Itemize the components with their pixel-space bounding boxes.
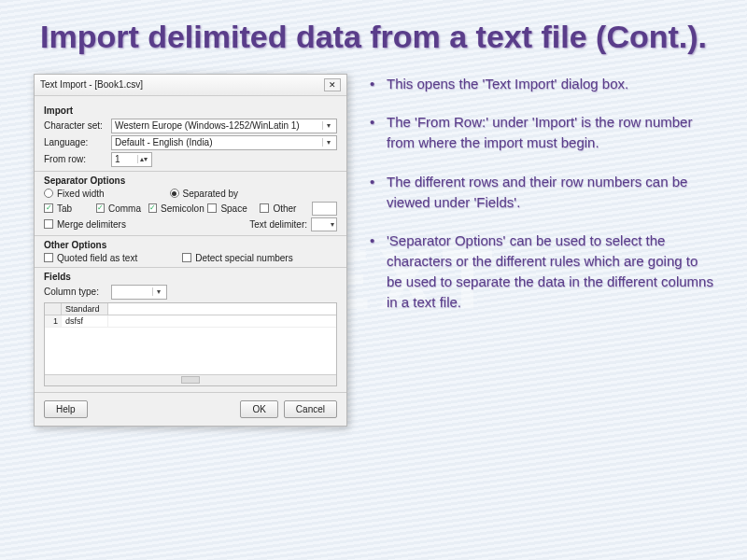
spinner-arrows-icon: ▴▾ <box>137 155 148 163</box>
quoted-field-checkbox[interactable]: Quoted field as text <box>44 253 137 263</box>
language-label: Language: <box>44 137 111 147</box>
dialog-titlebar: Text Import - [Book1.csv] ✕ <box>35 75 346 96</box>
fields-heading: Fields <box>44 272 337 282</box>
bullet-list: This opens the 'Text Import' dialog box.… <box>370 74 713 427</box>
cell-value: dsfsf <box>62 315 108 327</box>
list-item: The different rows and their row numbers… <box>370 172 713 213</box>
table-row: 1 dsfsf <box>45 315 336 328</box>
row-number: 1 <box>45 315 62 327</box>
fromrow-label: From row: <box>44 154 111 164</box>
ok-button[interactable]: OK <box>240 400 277 418</box>
language-value: Default - English (India) <box>115 137 213 147</box>
separated-by-radio[interactable]: Separated by <box>170 189 239 199</box>
cancel-button[interactable]: Cancel <box>284 400 337 418</box>
import-heading: Import <box>44 105 337 116</box>
other-options-heading: Other Options <box>44 240 337 250</box>
fields-preview[interactable]: Standard 1 dsfsf <box>44 302 337 386</box>
text-import-dialog: Text Import - [Book1.csv] ✕ Import Chara… <box>34 74 347 427</box>
charset-select[interactable]: Western Europe (Windows-1252/WinLatin 1)… <box>111 119 337 133</box>
charset-label: Character set: <box>44 120 111 131</box>
other-delimiter-input[interactable] <box>312 202 337 216</box>
dialog-title: Text Import - [Book1.csv] <box>40 79 143 90</box>
merge-delimiters-checkbox[interactable]: Merge delimiters <box>44 219 126 230</box>
chevron-down-icon: ▾ <box>322 121 333 130</box>
separator-heading: Separator Options <box>44 175 337 186</box>
other-checkbox[interactable]: Other <box>260 203 303 214</box>
close-icon[interactable]: ✕ <box>324 78 341 91</box>
column-type-label: Column type: <box>44 287 111 297</box>
text-delimiter-select[interactable] <box>311 217 337 231</box>
slide-title: Import delimited data from a text file (… <box>0 0 747 68</box>
help-button[interactable]: Help <box>44 400 88 418</box>
charset-value: Western Europe (Windows-1252/WinLatin 1) <box>115 120 300 131</box>
tab-checkbox[interactable]: Tab <box>44 203 87 214</box>
text-delimiter-label: Text delimiter: <box>249 219 307 230</box>
column-header: Standard <box>62 303 108 315</box>
semicolon-checkbox[interactable]: Semicolon <box>148 203 198 214</box>
fromrow-value: 1 <box>115 154 120 164</box>
list-item: 'Separator Options' can be used to selec… <box>370 231 713 312</box>
detect-special-checkbox[interactable]: Detect special numbers <box>182 253 293 263</box>
list-item: The 'From Row:' under 'Import' is the ro… <box>370 112 713 153</box>
horizontal-scrollbar[interactable] <box>45 374 336 385</box>
space-checkbox[interactable]: Space <box>207 203 250 214</box>
language-select[interactable]: Default - English (India) ▾ <box>111 135 337 150</box>
fromrow-stepper[interactable]: 1 ▴▾ <box>111 152 152 167</box>
chevron-down-icon: ▾ <box>322 138 333 147</box>
chevron-down-icon: ▾ <box>152 287 163 296</box>
column-type-select[interactable]: ▾ <box>111 285 167 300</box>
list-item: This opens the 'Text Import' dialog box. <box>370 74 713 94</box>
comma-checkbox[interactable]: Comma <box>96 203 139 214</box>
fixed-width-radio[interactable]: Fixed width <box>44 189 105 199</box>
